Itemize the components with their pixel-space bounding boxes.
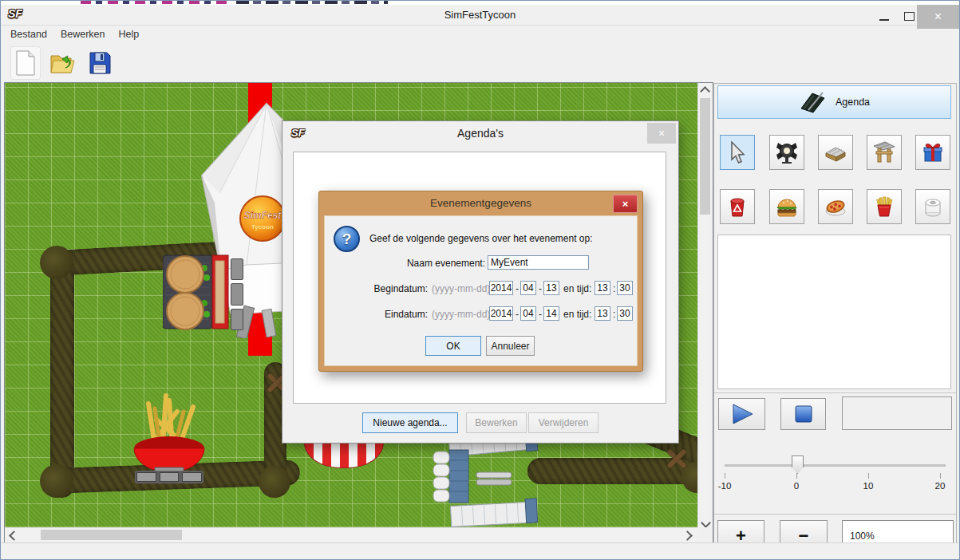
end-minute-input[interactable] bbox=[617, 306, 633, 321]
agendas-dialog-title: Agenda's bbox=[282, 121, 678, 145]
gift-icon bbox=[921, 140, 945, 164]
event-dialog-body: ? Geef de volgende gegevens over het eve… bbox=[324, 215, 638, 366]
title-bar: SF SimFestTycoon × bbox=[1, 5, 959, 26]
map-vertical-scrollbar[interactable] bbox=[697, 83, 711, 527]
new-file-button[interactable] bbox=[10, 46, 41, 80]
edit-agenda-button[interactable]: Bewerken bbox=[466, 412, 527, 433]
menu-item-help[interactable]: Help bbox=[118, 29, 139, 40]
tool-stage-button[interactable] bbox=[818, 135, 853, 170]
delete-agenda-label: Verwijderen bbox=[539, 417, 589, 428]
placement-list-panel[interactable] bbox=[717, 235, 951, 389]
play-icon bbox=[728, 402, 757, 426]
ok-button[interactable]: OK bbox=[425, 336, 481, 356]
time-label: en tijd: bbox=[563, 283, 591, 294]
tool-trashcan-button[interactable] bbox=[720, 189, 755, 224]
help-icon: ? bbox=[334, 226, 360, 252]
cancel-label: Annuleer bbox=[491, 341, 529, 352]
save-file-icon bbox=[89, 51, 111, 75]
cancel-button[interactable]: Annuleer bbox=[486, 336, 535, 356]
time-separator: : bbox=[613, 309, 615, 320]
close-icon: × bbox=[658, 127, 665, 140]
stop-button[interactable] bbox=[780, 398, 826, 430]
map-bench-horizontal bbox=[135, 471, 203, 483]
time-separator: : bbox=[613, 283, 615, 294]
agendas-dialog-close-button[interactable]: × bbox=[647, 123, 676, 144]
scroll-down-icon[interactable] bbox=[701, 518, 711, 528]
edit-agenda-label: Bewerken bbox=[475, 417, 517, 428]
tool-gift-button[interactable] bbox=[915, 135, 950, 170]
tool-fries-button[interactable] bbox=[867, 189, 902, 224]
side-panel: Agenda bbox=[713, 83, 957, 558]
event-dialog-close-button[interactable]: × bbox=[613, 195, 638, 213]
play-button[interactable] bbox=[718, 398, 765, 430]
end-day-input[interactable] bbox=[543, 306, 559, 321]
start-hour-input[interactable] bbox=[595, 281, 610, 295]
horizontal-scroll-thumb[interactable] bbox=[41, 530, 182, 540]
new-agenda-button[interactable]: Nieuwe agenda... bbox=[362, 412, 458, 433]
event-dialog-message: Geef de volgende gegevens over het evene… bbox=[369, 233, 593, 244]
date-format-hint: (yyyy-mm-dd) bbox=[432, 309, 490, 320]
start-month-input[interactable] bbox=[520, 281, 536, 295]
map-bench-vertical bbox=[231, 258, 243, 330]
slider-tick bbox=[796, 473, 797, 479]
scroll-left-icon[interactable] bbox=[9, 530, 19, 541]
status-strip bbox=[1, 542, 959, 560]
menu-item-bestand[interactable]: Bestand bbox=[10, 29, 47, 40]
event-name-input[interactable] bbox=[488, 255, 589, 270]
end-hour-input[interactable] bbox=[595, 306, 610, 321]
tool-toilet-paper-button[interactable] bbox=[915, 189, 950, 224]
stop-icon bbox=[792, 403, 815, 425]
agenda-book-icon bbox=[799, 90, 828, 114]
event-dialog-title: Evenementgegevens bbox=[319, 191, 642, 215]
scroll-up-icon[interactable] bbox=[700, 86, 710, 97]
tool-spotlight-button[interactable] bbox=[769, 135, 804, 170]
end-month-input[interactable] bbox=[520, 306, 536, 321]
tent-logo-subtext: Tycoon bbox=[251, 223, 274, 231]
tool-structure-button[interactable] bbox=[867, 135, 902, 170]
map-path-corner bbox=[40, 464, 73, 498]
tool-pizza-button[interactable] bbox=[818, 189, 853, 224]
slider-tick bbox=[940, 473, 941, 479]
slider-label: 10 bbox=[863, 481, 874, 491]
speed-slider-thumb[interactable] bbox=[792, 455, 804, 474]
tool-hamburger-button[interactable] bbox=[769, 189, 804, 224]
delete-agenda-button[interactable]: Verwijderen bbox=[528, 412, 599, 433]
panel-separator bbox=[714, 392, 956, 393]
map-horizontal-scrollbar[interactable] bbox=[5, 527, 697, 542]
trashcan-icon bbox=[725, 195, 749, 219]
vertical-scroll-thumb[interactable] bbox=[700, 98, 710, 215]
structure-icon bbox=[872, 140, 896, 164]
tool-select-button[interactable] bbox=[720, 135, 755, 170]
start-date-label: Begindatum: bbox=[325, 283, 428, 294]
artifact-segment bbox=[236, 1, 388, 4]
app-window: SF SimFestTycoon × Bestand Bewerken Help bbox=[0, 0, 960, 560]
maximize-icon bbox=[904, 12, 915, 21]
map-path-left bbox=[50, 254, 74, 498]
date-separator: - bbox=[539, 309, 542, 320]
slider-label: -10 bbox=[718, 481, 732, 491]
toilet-paper-icon bbox=[921, 195, 945, 219]
menu-item-bewerken[interactable]: Bewerken bbox=[61, 29, 105, 40]
menu-bar: Bestand Bewerken Help bbox=[1, 26, 959, 43]
time-label: en tijd: bbox=[563, 309, 591, 320]
name-label: Naam evenement: bbox=[325, 258, 485, 269]
speed-slider-track[interactable] bbox=[725, 464, 946, 467]
end-date-label: Eindatum: bbox=[325, 309, 428, 320]
start-year-input[interactable] bbox=[489, 281, 513, 295]
minimize-button[interactable] bbox=[873, 5, 895, 27]
close-icon: × bbox=[934, 10, 942, 24]
agenda-button[interactable]: Agenda bbox=[717, 85, 951, 119]
save-file-button[interactable] bbox=[85, 47, 114, 79]
question-mark: ? bbox=[342, 231, 352, 248]
start-day-input[interactable] bbox=[543, 281, 559, 295]
open-file-button[interactable] bbox=[49, 47, 77, 79]
tent-logo-text: SimFest bbox=[244, 210, 282, 221]
artifact-segment bbox=[81, 1, 228, 4]
scrollbar-corner bbox=[697, 527, 711, 542]
map-fries-stand bbox=[131, 388, 207, 477]
new-agenda-label: Nieuwe agenda... bbox=[373, 417, 447, 428]
scroll-right-icon[interactable] bbox=[682, 530, 693, 541]
fries-icon bbox=[872, 195, 896, 219]
end-year-input[interactable] bbox=[489, 306, 513, 321]
start-minute-input[interactable] bbox=[617, 281, 633, 295]
